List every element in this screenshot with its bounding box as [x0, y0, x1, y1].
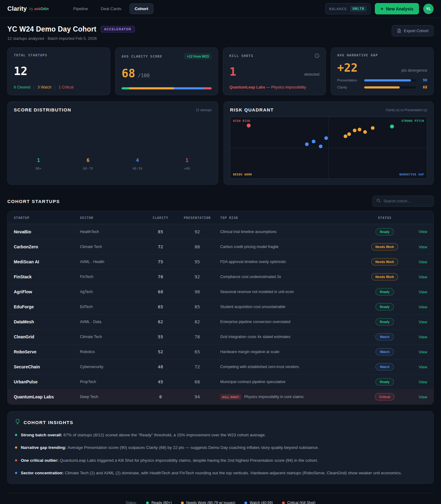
view-link[interactable]: View: [419, 395, 427, 399]
bucket-range-label: 80+: [14, 167, 63, 170]
table-header-row: STARTUPSECTORCLARITYPRESENTATIONTOP RISK…: [8, 211, 433, 224]
nav-item-pipeline[interactable]: Pipeline: [68, 4, 93, 14]
table-row-securechain: SecureChainCybersecurity4872Competing wi…: [8, 359, 433, 374]
avg-clarity-value: 68: [122, 67, 135, 80]
startup-name: EduForge: [8, 304, 80, 309]
legend-item-ready-60: Ready (60+): [146, 501, 172, 504]
insight-label: Sector concentration:: [21, 471, 64, 475]
table-row-eduforge: EduForgeEdTech6585Student acquisition co…: [8, 299, 433, 314]
legend-item-label: Watch (40-59): [250, 501, 273, 504]
insight-label: One critical outlier:: [21, 458, 58, 463]
page-subtitle: 12 startups analyzed · Batch imported Fe…: [7, 36, 135, 41]
cohort-insights-card: COHORT INSIGHTS Strong batch overall:67%…: [7, 411, 434, 484]
clarity-score: 45: [147, 379, 174, 384]
watch-count: 3 Watch: [37, 85, 51, 89]
view-link[interactable]: View: [419, 380, 427, 384]
startup-sector: EdTech: [80, 305, 147, 309]
separator: |: [33, 85, 34, 89]
view-cell: View: [408, 365, 433, 369]
search-input[interactable]: [383, 199, 433, 203]
insight-label: Strong batch overall:: [21, 433, 62, 437]
balance-label: BALANCE: [329, 7, 347, 11]
top-risk: KILL SHOTPhysics impossibility in core c…: [220, 394, 362, 400]
nav-item-deal-cards[interactable]: Deal Cards: [96, 4, 126, 14]
table-body: NovaBioHealthTech8592Clinical trial time…: [8, 224, 433, 404]
view-cell: View: [408, 260, 433, 264]
top-risk: Competing with established zero-trust ve…: [220, 365, 362, 369]
view-link[interactable]: View: [419, 335, 427, 339]
view-link[interactable]: View: [419, 350, 427, 354]
gap-bar-track: [364, 79, 416, 81]
status-badge: Needs Work: [371, 273, 398, 280]
narrative-gap-label: AVG NARRATIVE GAP: [337, 53, 427, 57]
bucket-range-label: <40: [162, 167, 212, 170]
view-cell: View: [408, 395, 433, 399]
plus-icon: +: [380, 6, 383, 11]
presentation-score: 65: [174, 349, 220, 354]
legend-item-watch-40-59: Watch (40-59): [244, 501, 273, 504]
quadrant-point-datamesh: [344, 134, 347, 138]
presentation-score: 68: [174, 379, 220, 384]
top-risk: Seasonal revenue not modeled in unit eco…: [220, 290, 362, 294]
quadrant-point-mediscan-ai: [371, 126, 375, 130]
view-cell: View: [408, 350, 433, 354]
status-badge: Ready: [375, 303, 394, 310]
view-link[interactable]: View: [419, 245, 427, 249]
quadrant-point-quantumleap-labs: [247, 123, 251, 127]
score-distribution-meta: 12 startups: [196, 108, 212, 112]
table-row-novabio: NovaBioHealthTech8592Clinical trial time…: [8, 224, 433, 239]
top-risk-text: Municipal contract pipeline speculative: [220, 380, 285, 384]
gap-bar-row: Presentation90: [337, 78, 427, 82]
cleared-count: 8 Cleared: [14, 85, 30, 89]
startup-sector: Deep Tech: [80, 395, 147, 399]
distribution-bucket-40: 1<40: [162, 157, 212, 170]
top-risk-text: FDA approval timeline overly optimistic: [220, 260, 286, 264]
startup-sector: Climate Tech: [80, 245, 147, 249]
new-analysis-button[interactable]: + New Analysis: [375, 3, 419, 14]
risk-quadrant-header: RISK QUADRANT Clarity (x) vs Presentatio…: [230, 107, 427, 112]
clarity-score-bar: [122, 87, 212, 89]
startup-name: CleanGrid: [8, 334, 80, 339]
logo-brand-ask: ask: [34, 7, 40, 11]
total-startups-label: TOTAL STARTUPS: [14, 53, 104, 57]
content: YC W24 Demo Day Cohort ACCELERATOR 12 st…: [0, 25, 441, 504]
view-link[interactable]: View: [419, 229, 427, 234]
insight-bullet-dot: [15, 472, 17, 474]
view-link[interactable]: View: [419, 320, 427, 324]
presentation-score: 78: [174, 334, 220, 339]
export-cohort-button[interactable]: Export Cohort: [392, 25, 434, 36]
status-cell: Ready: [362, 378, 408, 386]
kill-shot-detail: QuantumLeap Labs — Physics impossibility: [229, 85, 319, 89]
gap-bar-label: Clarity: [337, 85, 360, 89]
quadrant-point-eduforge: [347, 132, 351, 136]
top-risk-text: Compliance cost underestimated 3x: [220, 275, 281, 279]
gap-bar-row: Clarity68: [337, 85, 427, 89]
legend-dot: [146, 502, 149, 504]
startup-sector: Cybersecurity: [80, 365, 147, 369]
top-risk-text: Carbon credit pricing model fragile: [220, 245, 278, 249]
column-header-status: STATUS: [362, 216, 408, 220]
top-risk: Hardware margin negative at scale: [220, 350, 362, 354]
kill-shots-label: KILL SHOTS: [229, 54, 253, 58]
top-risk: Enterprise pipeline conversion overstate…: [220, 320, 362, 324]
view-link[interactable]: View: [419, 290, 427, 294]
gap-bar-value: 90: [420, 78, 427, 82]
view-link[interactable]: View: [419, 260, 427, 264]
status-cell: Watch: [362, 363, 408, 370]
legend-label: Status:: [126, 501, 137, 504]
status-cell: Needs Work: [362, 273, 408, 280]
nav-item-cohort[interactable]: Cohort: [130, 3, 153, 14]
view-link[interactable]: View: [419, 305, 427, 309]
avatar[interactable]: YL: [423, 4, 434, 14]
status-badge: Watch: [375, 348, 394, 355]
status-badge: Ready: [375, 378, 394, 386]
view-link[interactable]: View: [419, 365, 427, 369]
quadrant-point-finstack: [358, 128, 361, 131]
view-link[interactable]: View: [419, 275, 427, 279]
insight-text: Sector concentration:Climate Tech (2) an…: [21, 470, 402, 476]
legend-item-needs-work-60-79-w-issues: Needs Work (60-79 w/ issues): [181, 501, 236, 504]
info-icon[interactable]: [315, 53, 319, 58]
avg-clarity-denominator: /100: [138, 73, 150, 78]
presentation-score: 88: [174, 244, 220, 249]
presentation-score: 95: [174, 259, 220, 264]
